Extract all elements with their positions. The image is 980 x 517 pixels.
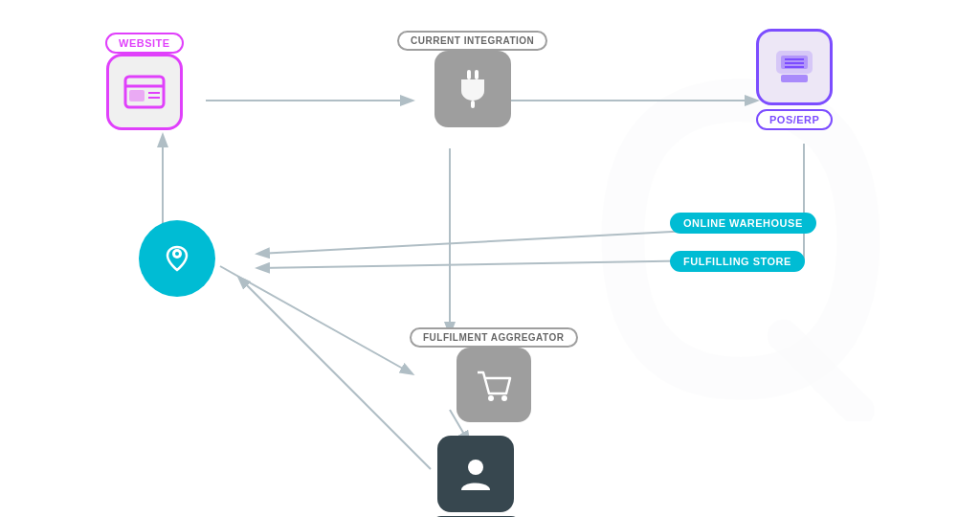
fulfilling-store-label: FULFILLING STORE	[670, 251, 805, 272]
website-label: WEBSITE	[105, 33, 184, 54]
plug-icon	[450, 66, 496, 112]
fulfilment-aggregator-node: FULFILMENT AGGREGATOR	[410, 324, 578, 422]
fulfillment-icon-box	[139, 220, 215, 297]
website-node: WEBSITE	[105, 29, 184, 130]
current-integration-icon-box	[434, 51, 511, 127]
cart-icon	[472, 363, 516, 407]
svg-point-32	[501, 395, 507, 401]
customer-icon-box	[437, 436, 514, 512]
svg-line-12	[220, 266, 412, 373]
current-integration-label: CURRENT INTEGRATION	[397, 31, 547, 51]
fulfilling-store-node: FULFILLING STORE	[670, 247, 805, 272]
online-warehouse-node: ONLINE WAREHOUSE	[670, 209, 816, 234]
location-pin-icon	[156, 237, 198, 280]
diagram-container: WEBSITE CURRENT INTEGRATION	[0, 0, 980, 517]
online-warehouse-label: ONLINE WAREHOUSE	[670, 213, 816, 234]
pos-erp-label: POS/ERP	[756, 109, 833, 130]
fulfilment-aggregator-icon-box	[457, 348, 531, 422]
svg-rect-17	[129, 90, 145, 101]
customer-node: CUSTOMER	[431, 436, 522, 517]
fulfilment-aggregator-label: FULFILMENT AGGREGATOR	[410, 327, 578, 348]
website-icon-box	[106, 54, 183, 130]
svg-point-30	[175, 252, 179, 256]
svg-rect-21	[475, 70, 479, 79]
pos-erp-icon-box	[756, 29, 833, 105]
fulfillment-point-node	[139, 220, 215, 297]
svg-point-33	[468, 460, 483, 475]
customer-icon	[454, 452, 498, 496]
svg-point-31	[488, 395, 494, 401]
svg-line-14	[239, 278, 431, 469]
pos-erp-node: POS/ERP	[756, 29, 833, 130]
current-integration-node: CURRENT INTEGRATION	[397, 27, 547, 127]
website-icon	[122, 69, 167, 115]
svg-rect-20	[467, 70, 471, 79]
pos-icon	[771, 44, 817, 90]
svg-rect-22	[471, 101, 475, 108]
svg-rect-28	[781, 75, 808, 82]
background-watermark	[578, 57, 903, 421]
